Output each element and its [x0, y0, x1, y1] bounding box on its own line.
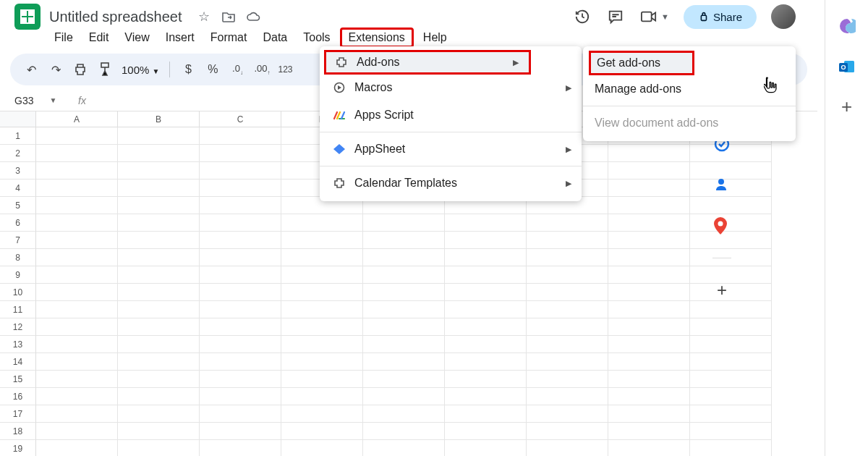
star-icon[interactable]: ☆ — [197, 9, 211, 24]
cell[interactable] — [608, 405, 690, 423]
cell[interactable] — [118, 371, 200, 388]
cell[interactable] — [608, 440, 690, 456]
menu-help[interactable]: Help — [417, 30, 454, 46]
col-header[interactable]: B — [118, 111, 200, 127]
cell[interactable] — [118, 336, 200, 353]
menu-addons[interactable]: Add-ons ▶ — [324, 50, 531, 75]
cell[interactable] — [527, 266, 608, 284]
cell[interactable] — [118, 353, 200, 371]
menu-manage-addons[interactable]: Manage add-ons — [583, 75, 796, 103]
cell[interactable] — [445, 423, 527, 440]
grid-row[interactable]: 16 — [0, 388, 817, 405]
row-header[interactable]: 16 — [0, 388, 36, 405]
cell[interactable] — [445, 353, 527, 371]
cell[interactable] — [36, 405, 118, 423]
grid-row[interactable]: 12 — [0, 318, 817, 336]
cell[interactable] — [200, 127, 281, 145]
cell[interactable] — [363, 423, 445, 440]
cell[interactable] — [445, 336, 527, 353]
menu-macros[interactable]: Macros ▶ — [320, 74, 582, 101]
copilot-icon[interactable] — [838, 17, 856, 35]
row-header[interactable]: 13 — [0, 336, 36, 353]
cell[interactable] — [281, 266, 363, 284]
cell[interactable] — [281, 353, 363, 371]
menu-insert[interactable]: Insert — [159, 30, 201, 46]
cell[interactable] — [36, 127, 118, 145]
cell[interactable] — [118, 145, 200, 162]
cell[interactable] — [527, 336, 608, 353]
grid-row[interactable]: 14 — [0, 353, 817, 371]
row-header[interactable]: 6 — [0, 214, 36, 232]
cell[interactable] — [363, 388, 445, 405]
cell[interactable] — [36, 284, 118, 301]
col-header[interactable]: C — [200, 111, 281, 127]
cell[interactable] — [36, 301, 118, 318]
grid-row[interactable]: 11 — [0, 301, 817, 318]
row-header[interactable]: 1 — [0, 127, 36, 145]
cell[interactable] — [445, 318, 527, 336]
grid-row[interactable]: 13 — [0, 336, 817, 353]
cell[interactable] — [281, 284, 363, 301]
row-header[interactable]: 3 — [0, 162, 36, 180]
name-box[interactable]: G33▼ — [0, 95, 65, 106]
cell[interactable] — [200, 388, 281, 405]
cell[interactable] — [36, 232, 118, 249]
cell[interactable] — [445, 405, 527, 423]
cell[interactable] — [690, 301, 772, 318]
cell[interactable] — [608, 249, 690, 266]
cell[interactable] — [118, 180, 200, 197]
cell[interactable] — [200, 214, 281, 232]
cell[interactable] — [527, 423, 608, 440]
outlook-icon[interactable]: O — [838, 58, 856, 75]
cell[interactable] — [36, 388, 118, 405]
menu-extensions[interactable]: Extensions — [340, 28, 414, 48]
grid-row[interactable]: 18 — [0, 423, 817, 440]
row-header[interactable]: 18 — [0, 423, 36, 440]
grid-row[interactable]: 9 — [0, 266, 817, 284]
select-all-corner[interactable] — [0, 111, 36, 127]
col-header[interactable]: A — [36, 111, 118, 127]
cell[interactable] — [118, 318, 200, 336]
row-header[interactable]: 15 — [0, 371, 36, 388]
cell[interactable] — [608, 423, 690, 440]
cell[interactable] — [118, 162, 200, 180]
row-header[interactable]: 17 — [0, 405, 36, 423]
cell[interactable] — [363, 232, 445, 249]
cell[interactable] — [200, 284, 281, 301]
cell[interactable] — [36, 162, 118, 180]
cell[interactable] — [118, 301, 200, 318]
menu-data[interactable]: Data — [256, 30, 294, 46]
cell[interactable] — [36, 197, 118, 214]
cell[interactable] — [118, 405, 200, 423]
menu-appsheet[interactable]: AppSheet ▶ — [320, 135, 582, 163]
percent-button[interactable]: % — [202, 59, 224, 80]
account-avatar[interactable] — [771, 4, 796, 29]
cell[interactable] — [527, 301, 608, 318]
currency-button[interactable]: $ — [177, 59, 199, 80]
maps-icon[interactable] — [714, 217, 730, 233]
cell[interactable] — [363, 249, 445, 266]
row-header[interactable]: 4 — [0, 180, 36, 197]
meet-dropdown-icon[interactable]: ▼ — [661, 12, 669, 21]
grid-row[interactable]: 19 — [0, 440, 817, 456]
cell[interactable] — [281, 301, 363, 318]
cell[interactable] — [281, 371, 363, 388]
cell[interactable] — [36, 266, 118, 284]
cell[interactable] — [118, 266, 200, 284]
cell[interactable] — [281, 405, 363, 423]
cell[interactable] — [608, 336, 690, 353]
cell[interactable] — [200, 180, 281, 197]
sheets-logo[interactable] — [14, 4, 41, 30]
menu-format[interactable]: Format — [204, 30, 254, 46]
cell[interactable] — [36, 423, 118, 440]
doc-title[interactable]: Untitled spreadsheet — [49, 9, 182, 25]
history-icon[interactable] — [573, 7, 592, 26]
cell[interactable] — [200, 423, 281, 440]
cell[interactable] — [527, 353, 608, 371]
cell[interactable] — [363, 214, 445, 232]
row-header[interactable]: 14 — [0, 353, 36, 371]
cell[interactable] — [445, 214, 527, 232]
cell[interactable] — [608, 214, 690, 232]
cell[interactable] — [200, 440, 281, 456]
cell[interactable] — [527, 232, 608, 249]
